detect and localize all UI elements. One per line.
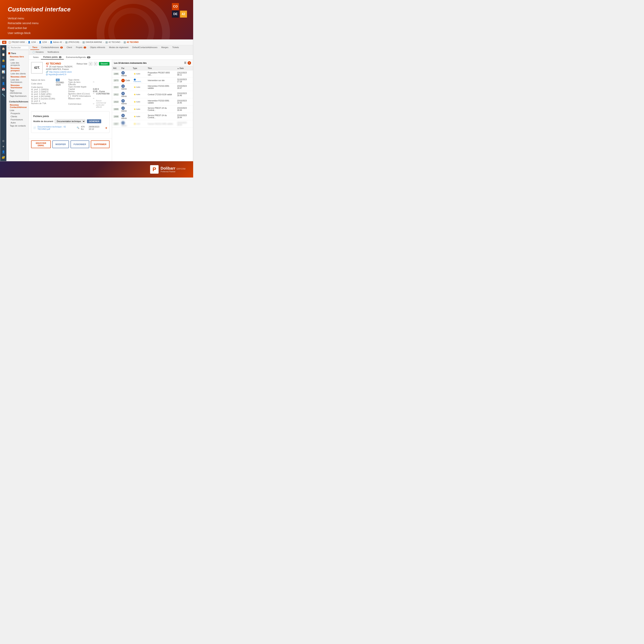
- merge-button[interactable]: FUSIONNER: [71, 140, 89, 148]
- sidebar-icon-gear[interactable]: ⚙: [0, 138, 6, 144]
- search-input[interactable]: [10, 46, 29, 49]
- sidebar-icon-lock2[interactable]: 🔐: [0, 155, 6, 160]
- commerciaux-edit-icon[interactable]: ✏: [93, 103, 94, 105]
- model-select[interactable]: Documentation technique: [55, 119, 85, 123]
- company-actions: Retour liste ‹ › Ouvert: [77, 62, 110, 65]
- delete-button[interactable]: SUPPRIMER: [91, 140, 110, 148]
- menu-item-liste-contacts[interactable]: Liste: [6, 109, 29, 112]
- menu-item-clients[interactable]: Clients: [6, 115, 29, 118]
- event-ref[interactable]: 1910: [113, 101, 119, 103]
- menu-item-new-client[interactable]: Nouveau client: [6, 75, 29, 78]
- tab-projets[interactable]: Projets 1: [74, 45, 88, 50]
- tab-objets[interactable]: Objets référents: [88, 45, 107, 50]
- hamburger-icon[interactable]: ☰: [184, 61, 186, 64]
- event-ref[interactable]: 1995: [113, 73, 119, 75]
- menu-item-liste-prospects[interactable]: Liste des prospects: [6, 61, 29, 67]
- app-logo[interactable]: 42: [2, 41, 6, 44]
- tab-notifications[interactable]: Notifications: [46, 50, 61, 54]
- bc-item-7[interactable]: 🏢 42 TECHNO: [105, 41, 121, 43]
- event-ref[interactable]: 1873: [113, 79, 119, 82]
- table-row: 1873 C Code 🔵 Interventi... Intervention…: [112, 77, 193, 83]
- bc-item-5[interactable]: 🏢 (PROV199): [65, 41, 79, 43]
- sub-tab-notes[interactable]: Notes: [31, 55, 41, 59]
- form-row-capital: Capital 0,00 €: [68, 88, 110, 90]
- tab-horaires[interactable]: 🕐 Horaires: [30, 50, 46, 55]
- bc-item-8[interactable]: 🏢 42 TECHNO: [123, 41, 139, 43]
- event-ref[interactable]: 1913: [113, 86, 119, 88]
- menu-item-new-tiers[interactable]: Nouveau tiers: [6, 55, 29, 58]
- tab-default-contacts[interactable]: DefaultContactsAddresses: [130, 45, 159, 50]
- sidebar-icon-bank[interactable]: 🏛: [0, 75, 6, 80]
- file-date-1: 28/09/2023 10:12: [89, 126, 104, 130]
- next-button[interactable]: ›: [94, 62, 97, 65]
- banner-features: Vertical menu Retractable second menu Fi…: [8, 16, 185, 36]
- file-delete-icon[interactable]: 🗑: [105, 127, 107, 129]
- bc-item-3[interactable]: 👤 1234: [39, 41, 47, 43]
- event-ref[interactable]: 1909: [113, 108, 119, 110]
- tab-contacts[interactable]: Contacts/Adresses 8: [39, 45, 65, 50]
- prev-button[interactable]: ‹: [89, 62, 92, 65]
- company-website[interactable]: 🔗 http://www.code42.store @ leguide@code…: [46, 71, 73, 76]
- menu-item-liste-fournisseurs[interactable]: Liste des fournisseurs: [6, 78, 29, 84]
- event-date: 23/10/2023 18:44: [176, 120, 193, 127]
- sidebar-icon-list[interactable]: 📋: [0, 52, 6, 57]
- col-type: Type: [132, 66, 147, 70]
- sub-tab-fichiers[interactable]: Fichiers joints 1: [41, 55, 64, 59]
- generate-button[interactable]: GÉNÉRER: [87, 119, 101, 123]
- toggle-menu-button[interactable]: ‹: [8, 46, 9, 49]
- file-search-icon[interactable]: 🔍: [77, 127, 79, 129]
- sub-tab-agenda[interactable]: Événements/Agenda 30: [64, 55, 93, 59]
- bc-item-6[interactable]: 🏢 DAVIDA MARINE: [82, 41, 102, 43]
- menu-item-new-contact[interactable]: Nouveau Contact/Adresse: [6, 103, 29, 109]
- event-type: ⭐ Autre: [133, 115, 141, 118]
- tab-tickets[interactable]: Tickets: [170, 45, 181, 50]
- sidebar-icon-user[interactable]: 👤: [0, 149, 6, 155]
- bc-item-4[interactable]: 👤 Admin 42: [50, 41, 62, 43]
- form-row-tva: Numéro de TVA: [31, 102, 64, 105]
- event-ref[interactable]: 1912: [113, 93, 119, 96]
- event-date: 31/10/2023 17:18: [176, 77, 193, 83]
- menu-item-tags-clients[interactable]: Tags clients/prosp.: [6, 89, 29, 94]
- bc-item-1[interactable]: 📋 PR2307-0058: [8, 41, 25, 43]
- sidebar-icon-settings[interactable]: 🔧: [0, 92, 6, 98]
- menu-item-tags-contacts[interactable]: Tags de contacts: [6, 124, 29, 127]
- type-tiers-edit-icon[interactable]: ✏: [93, 81, 94, 83]
- menu-item-tags-fournisseurs[interactable]: Tags fournisseurs: [6, 94, 29, 98]
- right-panel-header: Les 10 derniers événements liés ☰ +: [112, 60, 193, 66]
- return-list-link[interactable]: Retour liste: [77, 63, 88, 65]
- menu-item-liste[interactable]: Liste: [6, 58, 29, 61]
- file-name-1[interactable]: Documentation technique - 42 TECHNO.pdf: [37, 126, 75, 130]
- menu-item-liste-clients[interactable]: Liste des clients: [6, 72, 29, 75]
- col-date[interactable]: ▲ Date: [176, 66, 193, 70]
- avatar: A: [121, 84, 125, 88]
- num-client-edit-icon[interactable]: ✏: [93, 93, 94, 95]
- maison-mere-edit-icon[interactable]: ✏: [93, 97, 94, 99]
- tab-tiers[interactable]: Tiers: [30, 45, 39, 50]
- form-row-devise: Devise EUR - Euros: [68, 90, 110, 93]
- menu-item-autre[interactable]: Autre: [6, 121, 29, 124]
- menu-item-prospects[interactable]: Prospects: [6, 112, 29, 115]
- add-event-button[interactable]: +: [188, 61, 191, 65]
- send-email-button[interactable]: ENVOYER EMAIL: [31, 140, 51, 148]
- sidebar-icon-calendar[interactable]: 📅: [0, 87, 6, 92]
- sidebar-icon-star[interactable]: ★: [0, 144, 6, 149]
- sidebar-icon-lock[interactable]: 🔒: [0, 58, 6, 63]
- rgpd-checkbox[interactable]: [68, 95, 71, 97]
- sidebar-icon-users[interactable]: 👥: [0, 63, 6, 69]
- tab-modes[interactable]: Modes de règlement: [107, 45, 130, 50]
- sidebar-icon-home[interactable]: 🏠: [0, 46, 6, 51]
- tab-marges[interactable]: Marges: [159, 45, 170, 50]
- modify-button[interactable]: MODIFIER: [52, 140, 69, 148]
- menu-item-fournisseurs[interactable]: Fournisseurs: [6, 118, 29, 121]
- capital-value: 0,00 €: [93, 88, 99, 90]
- sidebar-icon-chart[interactable]: 📊: [0, 69, 6, 75]
- event-ref[interactable]: 1908: [113, 115, 119, 118]
- menu-item-new-prospect[interactable]: Nouveau prospect: [6, 67, 29, 72]
- tab-client[interactable]: Client: [65, 45, 74, 50]
- second-menu: ‹ ▼ Tiers Nouveau tiers Liste Liste des …: [6, 45, 29, 161]
- event-date: 23/10/2023 18:47: [176, 83, 193, 91]
- form-row-commerciaux: Commerciaux ✏ Aucun commercial particuli…: [68, 100, 110, 108]
- bc-item-2[interactable]: 👤 1234: [28, 41, 36, 43]
- menu-item-new-fournisseur[interactable]: Nouveau fournisseur: [6, 84, 29, 89]
- sidebar-icon-person[interactable]: 👤: [0, 81, 6, 86]
